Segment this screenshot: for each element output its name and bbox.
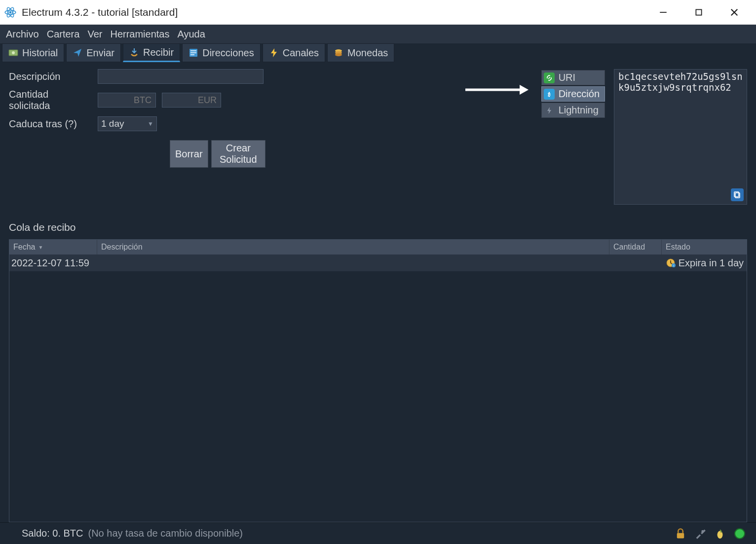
queue-status-text: Expira in 1 day [679,257,744,269]
svg-rect-25 [677,533,684,538]
history-icon [8,48,18,58]
address-display[interactable]: bc1qecsevteh72u5gs9lsnk9u5ztxjw9srqtrqnx… [614,69,747,205]
svg-rect-12 [190,52,196,53]
expiry-value: 1 day [101,118,124,129]
svg-rect-11 [190,50,196,51]
svg-rect-13 [190,54,194,55]
menu-wallet[interactable]: Cartera [44,27,83,41]
tab-label: Enviar [86,47,114,59]
toggle-label: URI [559,72,575,83]
address-text: bc1qecsevteh72u5gs9lsnk9u5ztxjw9srqtrqnx… [618,71,743,93]
maximize-button[interactable] [681,0,717,24]
svg-marker-18 [520,85,529,95]
queue-header-amount[interactable]: Cantidad [609,240,662,254]
copy-button[interactable] [731,188,744,201]
connection-led [734,528,745,539]
queue-cell-status: ! Expira in 1 day [662,257,747,269]
svg-point-3 [9,11,12,13]
balance-label: Saldo: 0. BTC [22,528,83,539]
svg-point-27 [718,531,723,538]
svg-point-9 [12,51,15,54]
tab-channels[interactable]: Canales [263,43,325,62]
menu-file[interactable]: Archivo [3,27,42,41]
svg-point-26 [701,530,704,532]
titlebar: Electrum 4.3.2 - tutorial [standard] [0,0,756,25]
chevron-down-icon: ▼ [148,120,153,127]
sort-desc-icon: ▼ [38,245,43,250]
amount-fiat-input[interactable] [162,93,221,108]
receive-queue-table: Fecha ▼ Descripción Cantidad Estado 2022… [9,239,747,522]
link-icon [544,73,555,83]
svg-text:₿: ₿ [548,91,551,97]
toggle-lightning-button[interactable]: Lightning [541,103,605,118]
queue-title: Cola de recibo [9,221,747,233]
menu-view[interactable]: Ver [84,27,105,41]
window-controls [645,0,752,24]
receive-form: Descripción Cantidad solicitada Caduca t… [9,69,265,205]
lightning-icon [544,105,555,116]
tab-label: Historial [22,47,58,59]
coins-icon [334,48,343,58]
queue-header: Fecha ▼ Descripción Cantidad Estado [9,240,747,254]
exchange-rate-label: (No hay tasa de cambio disponible) [88,528,243,539]
clear-button[interactable]: Borrar [170,140,208,168]
bitcoin-icon: ₿ [544,89,555,100]
lock-icon[interactable] [674,527,687,540]
queue-cell-date: 2022-12-07 11:59 [9,257,97,269]
tab-addresses[interactable]: Direcciones [182,43,260,62]
tab-coins[interactable]: Monedas [327,43,394,62]
menu-help[interactable]: Ayuda [174,27,208,41]
queue-body: 2022-12-07 11:59 ! Expira in 1 day [9,254,747,522]
toggle-uri-button[interactable]: URI [541,70,605,85]
queue-header-description[interactable]: Descripción [97,240,609,254]
toggle-address-button[interactable]: ₿ Dirección [541,86,605,102]
amount-label: Cantidad solicitada [9,89,92,111]
receive-panel: Descripción Cantidad solicitada Caduca t… [9,69,747,205]
window-title: Electrum 4.3.2 - tutorial [standard] [22,6,178,18]
queue-header-status[interactable]: Estado [662,240,747,254]
minimize-button[interactable] [645,0,681,24]
pending-clock-icon: ! [666,258,676,268]
tabbar: Historial Enviar Recibir Direcciones Can… [0,43,756,62]
electrum-app-icon [4,6,17,19]
tab-label: Canales [283,47,319,59]
description-input[interactable] [98,69,264,84]
toggle-label: Dirección [559,88,600,100]
svg-rect-5 [696,9,701,15]
addresses-icon [189,48,198,58]
tab-label: Direcciones [202,47,254,59]
receive-icon [129,47,139,57]
tab-label: Recibir [143,47,174,58]
svg-point-16 [335,53,342,56]
queue-header-date[interactable]: Fecha ▼ [9,240,97,254]
tab-receive[interactable]: Recibir [123,43,180,62]
tab-send[interactable]: Enviar [66,43,121,62]
expiry-label: Caduca tras (?) [9,118,92,130]
menu-tools[interactable]: Herramientas [107,27,172,41]
toggle-label: Lightning [559,105,599,116]
menubar: Archivo Cartera Ver Herramientas Ayuda [0,25,756,43]
create-request-button[interactable]: Crear Solicitud [211,140,265,168]
lightning-icon [269,48,279,58]
expiry-select[interactable]: 1 day ▼ [98,116,157,131]
description-label: Descripción [9,71,92,82]
tab-history[interactable]: Historial [2,43,64,62]
statusbar: Saldo: 0. BTC (No hay tasa de cambio dis… [0,522,756,544]
receive-display-toggle: URI ₿ Dirección Lightning [541,70,605,205]
tab-label: Monedas [347,47,388,59]
status-icons [674,527,746,540]
annotation-arrow [274,69,532,205]
queue-row[interactable]: 2022-12-07 11:59 ! Expira in 1 day [9,254,747,271]
close-button[interactable] [717,0,752,24]
send-icon [73,48,82,58]
seed-icon[interactable] [714,527,726,540]
amount-btc-input[interactable] [98,93,156,108]
main-content: Descripción Cantidad solicitada Caduca t… [0,62,756,522]
tools-icon[interactable] [694,527,707,540]
network-status-icon[interactable] [733,527,746,540]
